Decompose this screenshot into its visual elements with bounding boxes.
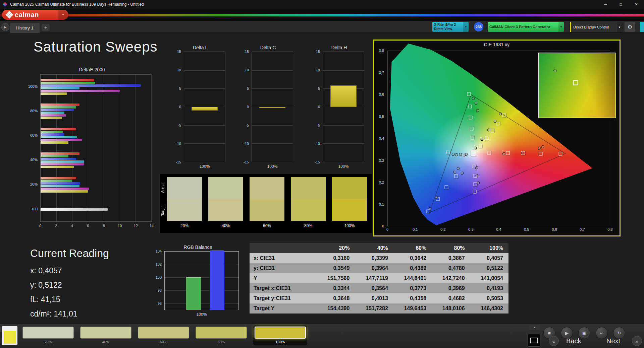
patch-swatch bbox=[138, 327, 189, 339]
patch-button-60[interactable]: 60% bbox=[138, 327, 189, 344]
tab-scroll-button[interactable]: ▶ bbox=[1, 23, 9, 31]
delta-l-plot-area bbox=[184, 52, 225, 162]
app-logo-icon bbox=[3, 2, 7, 7]
deltae-bar-blue bbox=[41, 109, 74, 111]
pattern-generator-label: CalMAN Client 3 Pattern Generator bbox=[488, 25, 558, 29]
window-title: Calman 2025 Calman Ultimate for Business… bbox=[10, 2, 144, 7]
axis-tick-label: -15 bbox=[315, 160, 320, 164]
table-row: Target x:CIE310,33440,35640,37730,39690,… bbox=[250, 283, 508, 293]
axis-tick-label: 100% bbox=[252, 164, 293, 169]
axis-tick-label: 0 bbox=[386, 227, 388, 231]
table-value: 0,3399 bbox=[355, 253, 393, 263]
measurement-count-badge[interactable]: 236 bbox=[474, 22, 483, 31]
cie-x-axis: 00,10,20,30,40,50,60,70,8 bbox=[387, 227, 610, 233]
patch-swatch bbox=[196, 327, 247, 339]
axis-tick-label: 0,2 bbox=[379, 180, 384, 184]
display-control-label: Direct Display Control bbox=[571, 25, 617, 29]
deltae-bar-cyan bbox=[41, 136, 77, 138]
cie-measured-dot bbox=[481, 138, 484, 141]
saturation-patch-column: 20% bbox=[167, 177, 202, 228]
maximize-button[interactable]: □ bbox=[613, 0, 629, 9]
axis-tick-label: 0 bbox=[318, 105, 320, 109]
deltae-bar-cyan bbox=[41, 87, 79, 89]
saturation-patch-column: 60% bbox=[250, 177, 284, 228]
cie-measured-dot bbox=[474, 147, 477, 150]
axis-tick-label: 100% bbox=[323, 164, 364, 169]
cie-target-square bbox=[490, 129, 494, 132]
table-header-row: 20%40%60%80%100% bbox=[250, 243, 508, 253]
settings-gear-button[interactable]: ⚙ bbox=[625, 22, 635, 32]
patch-button-80[interactable]: 80% bbox=[196, 327, 247, 344]
actual-patch bbox=[250, 177, 284, 199]
meter-model: X-Rite i1Pro 2 bbox=[434, 22, 462, 27]
axis-tick-label: 15 bbox=[245, 50, 249, 54]
deltae-bar-cyan bbox=[41, 160, 84, 163]
axis-tick-label: 5 bbox=[318, 86, 320, 90]
inset-shade bbox=[539, 53, 615, 118]
minimize-button[interactable]: ─ bbox=[598, 0, 613, 9]
patch-button-40[interactable]: 40% bbox=[80, 327, 131, 344]
cie-target-square bbox=[471, 136, 474, 140]
axis-tick-label: 60% bbox=[30, 133, 38, 137]
deltae-bar-red bbox=[41, 128, 76, 130]
calman-menu-button[interactable]: calman ▼ bbox=[2, 10, 68, 20]
reading-x: x: 0,4057 bbox=[30, 264, 109, 278]
gridline bbox=[252, 52, 293, 52]
patch-button-100[interactable]: 100% bbox=[253, 325, 307, 345]
gridline bbox=[72, 75, 72, 221]
table-value: 0,4358 bbox=[393, 293, 432, 303]
axis-tick-label: 4 bbox=[71, 224, 73, 228]
axis-tick-label: -5 bbox=[246, 123, 249, 127]
meter-dropdown[interactable]: X-Rite i1Pro 2 Direct View ▼ bbox=[432, 22, 469, 32]
cie-target-square bbox=[479, 144, 482, 148]
deltae-bar-blue bbox=[41, 84, 141, 87]
gridline bbox=[323, 107, 364, 107]
row-label: Target y:CIE31 bbox=[250, 293, 317, 303]
axis-tick-label: 0,7 bbox=[379, 71, 384, 75]
saturation-patch-column: 80% bbox=[291, 177, 326, 228]
axis-tick-label: 14 bbox=[150, 224, 154, 228]
cie-1931-chart: CIE 1931 xy 00,10,20,30,40,50,60,70,8 0,… bbox=[373, 40, 621, 236]
close-button[interactable]: ✕ bbox=[629, 0, 644, 9]
axis-tick-label: -15 bbox=[176, 160, 181, 164]
patch-button-20[interactable]: 20% bbox=[22, 327, 74, 344]
axis-tick-label: 102 bbox=[156, 262, 162, 266]
cie-target-square bbox=[558, 152, 562, 155]
table-value: 0,4057 bbox=[470, 253, 508, 263]
gridline bbox=[165, 277, 238, 278]
rgb-plot-area bbox=[164, 251, 239, 310]
axis-tick-label: 100% bbox=[28, 84, 38, 88]
axis-tick-label: 0,8 bbox=[607, 227, 612, 231]
actual-patch bbox=[332, 177, 367, 199]
axis-tick-label: 104 bbox=[156, 249, 162, 253]
cie-target-square bbox=[446, 151, 450, 154]
display-control-dropdown[interactable]: Direct Display Control ▼ bbox=[570, 22, 623, 32]
reading-y: y: 0,5122 bbox=[30, 278, 109, 292]
patch-column-label: 80% bbox=[291, 223, 326, 228]
cie-measured-dot bbox=[472, 97, 475, 100]
cie-target-square bbox=[467, 92, 471, 96]
tab-history-1[interactable]: History 1 bbox=[10, 23, 40, 33]
inset-target-square bbox=[573, 80, 578, 85]
axis-tick-label: 10 bbox=[118, 224, 122, 228]
saturation-patch-column: 100% bbox=[332, 177, 367, 228]
collapse-panel-button[interactable]: ▲ bbox=[529, 325, 540, 330]
gridline bbox=[120, 75, 120, 221]
rgb-balance-chart: RGB Balance 1041021009896 100% bbox=[152, 243, 244, 322]
pattern-generator-dropdown[interactable]: CalMAN Client 3 Pattern Generator ▼ bbox=[488, 22, 564, 32]
axis-tick-label: 0,5 bbox=[524, 227, 529, 231]
axis-tick-label: 0 bbox=[179, 105, 181, 109]
pattern-window-button[interactable] bbox=[528, 334, 540, 347]
row-label: x: CIE31 bbox=[250, 253, 317, 263]
back-arrow-button[interactable]: « bbox=[549, 336, 559, 346]
axis-tick-label: 5 bbox=[179, 86, 181, 90]
table-value: 0,3648 bbox=[317, 293, 355, 303]
back-button[interactable]: Back bbox=[566, 337, 581, 345]
next-button[interactable]: Next bbox=[606, 337, 620, 345]
table-row: Target Y154,4390151,7282149,6453148,0106… bbox=[250, 303, 508, 314]
toolbar-overflow-button[interactable] bbox=[640, 22, 644, 32]
next-arrow-button[interactable]: » bbox=[632, 336, 642, 346]
link-button[interactable]: ∞ bbox=[596, 327, 608, 339]
axis-tick-label: 0 bbox=[247, 105, 249, 109]
add-tab-button[interactable]: + bbox=[42, 24, 50, 31]
